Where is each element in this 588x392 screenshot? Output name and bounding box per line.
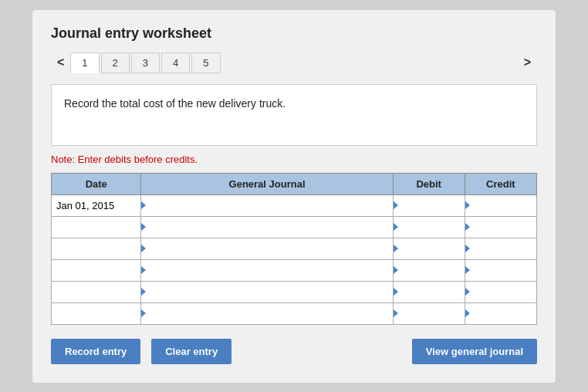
instruction-text: Record the total cost of the new deliver… [64, 97, 286, 110]
credit-cell [465, 302, 536, 324]
table-row [52, 194, 537, 216]
date-input[interactable] [55, 200, 137, 211]
col-header-credit: Credit [465, 173, 536, 194]
credit-input[interactable] [468, 265, 533, 276]
tab-4[interactable]: 4 [161, 52, 190, 73]
journal-indicator-icon [141, 288, 146, 296]
prev-nav-button[interactable]: < [51, 52, 70, 73]
journal-cell [141, 216, 393, 238]
journal-table: Date General Journal Debit Credit [51, 173, 537, 325]
debit-indicator-icon [394, 223, 398, 231]
date-cell [52, 281, 141, 302]
debit-indicator-icon [394, 201, 398, 209]
table-row [52, 302, 537, 324]
debit-indicator-icon [394, 245, 398, 252]
debit-input[interactable] [397, 308, 461, 319]
record-entry-button[interactable]: Record entry [51, 339, 140, 364]
journal-indicator-icon [141, 245, 146, 252]
credit-cell [465, 238, 536, 259]
journal-cell [141, 259, 393, 281]
clear-entry-button[interactable]: Clear entry [151, 339, 231, 364]
credit-cell [465, 194, 536, 216]
credit-input[interactable] [468, 200, 533, 211]
tab-1[interactable]: 1 [70, 52, 99, 73]
debit-cell [393, 302, 465, 324]
buttons-row: Record entry Clear entry View general jo… [51, 339, 537, 364]
table-row [52, 238, 537, 259]
debit-cell [393, 194, 465, 216]
date-input[interactable] [55, 221, 137, 233]
instruction-box: Record the total cost of the new deliver… [51, 84, 537, 146]
debit-indicator-icon [394, 266, 398, 274]
journal-input[interactable] [144, 200, 389, 211]
debit-indicator-icon [394, 288, 398, 296]
journal-input[interactable] [144, 221, 389, 233]
tab-2[interactable]: 2 [101, 52, 130, 73]
date-input[interactable] [55, 243, 137, 255]
journal-input[interactable] [144, 286, 389, 298]
worksheet-container: Journal entry worksheet < 1 2 3 4 5 > Re… [32, 9, 556, 384]
debit-input[interactable] [397, 200, 461, 211]
tab-3[interactable]: 3 [131, 52, 160, 73]
debit-cell [393, 238, 465, 259]
credit-cell [465, 281, 536, 302]
credit-input[interactable] [468, 286, 533, 298]
credit-indicator-icon [465, 288, 470, 296]
debit-input[interactable] [397, 286, 461, 298]
table-row [52, 259, 537, 281]
date-input[interactable] [55, 308, 137, 319]
journal-cell [141, 302, 393, 324]
journal-cell [141, 238, 393, 259]
date-input[interactable] [55, 265, 137, 276]
journal-indicator-icon [141, 266, 146, 274]
debit-cell [393, 281, 465, 302]
credit-indicator-icon [465, 223, 470, 231]
table-row [52, 281, 537, 302]
credit-input[interactable] [468, 243, 533, 255]
tabs-row: < 1 2 3 4 5 > [51, 52, 537, 73]
credit-indicator-icon [465, 201, 470, 209]
tab-5[interactable]: 5 [191, 52, 220, 73]
debit-indicator-icon [394, 309, 398, 317]
next-nav-button[interactable]: > [518, 52, 537, 73]
date-input[interactable] [55, 286, 137, 298]
table-row [52, 216, 537, 238]
col-header-date: Date [52, 173, 141, 194]
journal-indicator-icon [141, 201, 146, 209]
credit-input[interactable] [468, 221, 533, 233]
journal-input[interactable] [144, 308, 389, 319]
date-cell [52, 238, 141, 259]
note-text: Note: Enter debits before credits. [51, 154, 537, 165]
journal-cell [141, 194, 393, 216]
date-cell [52, 302, 141, 324]
debit-input[interactable] [397, 265, 461, 276]
debit-cell [393, 216, 465, 238]
journal-input[interactable] [144, 265, 389, 276]
view-journal-button[interactable]: View general journal [412, 339, 537, 364]
date-cell [52, 194, 141, 216]
debit-input[interactable] [397, 243, 461, 255]
credit-cell [465, 259, 536, 281]
date-cell [52, 216, 141, 238]
page-title: Journal entry worksheet [51, 25, 537, 42]
credit-indicator-icon [465, 309, 470, 317]
journal-input[interactable] [144, 243, 389, 255]
debit-cell [393, 259, 465, 281]
journal-indicator-icon [141, 223, 146, 231]
debit-input[interactable] [397, 221, 461, 233]
date-cell [52, 259, 141, 281]
journal-cell [141, 281, 393, 302]
credit-cell [465, 216, 536, 238]
journal-indicator-icon [141, 309, 146, 317]
credit-indicator-icon [465, 245, 470, 252]
credit-input[interactable] [468, 308, 533, 319]
col-header-debit: Debit [393, 173, 465, 194]
col-header-journal: General Journal [141, 173, 393, 194]
credit-indicator-icon [465, 266, 470, 274]
